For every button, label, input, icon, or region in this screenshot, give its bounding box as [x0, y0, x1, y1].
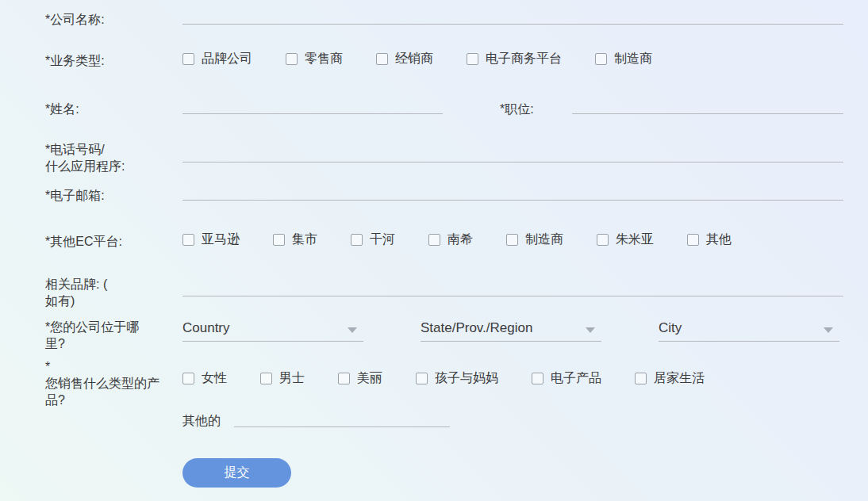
chevron-down-icon [824, 327, 833, 333]
phone-input[interactable] [182, 149, 843, 163]
checkbox-label: 美丽 [357, 372, 382, 384]
checkbox-label: 南希 [447, 233, 473, 246]
business-type-options: 品牌公司 零售商 经销商 电子商务平台 制造商 [182, 52, 652, 65]
checkbox-label: 制造商 [614, 52, 652, 65]
brands-label: 相关品牌: ( 如有) [45, 276, 182, 309]
chevron-down-icon [586, 327, 595, 333]
phone-row: *电话号码/ 什么应用程序: [45, 141, 843, 176]
checkbox-icon[interactable] [260, 373, 272, 384]
checkbox-label: 品牌公司 [202, 52, 252, 65]
state-select[interactable]: State/Prov./Region [421, 320, 601, 342]
checkbox-label: 亚马逊 [202, 233, 240, 246]
company-name-label: *公司名称: [45, 11, 182, 28]
checkbox-distributor[interactable]: 经销商 [376, 52, 433, 65]
name-label: *姓名: [45, 101, 182, 117]
checkbox-icon[interactable] [595, 53, 607, 65]
checkbox-icon[interactable] [597, 234, 609, 246]
checkbox-label: 干河 [370, 233, 395, 246]
ec-platform-options: 亚马逊 集市 干河 南希 制造商 朱米亚 其他 [182, 233, 732, 246]
business-type-row: *业务类型: 品牌公司 零售商 经销商 电子商务平台 制造商 [45, 52, 843, 75]
checkbox-icon[interactable] [351, 234, 363, 246]
checkbox-icon[interactable] [467, 53, 478, 65]
checkbox-icon[interactable] [635, 373, 647, 384]
checkbox-men[interactable]: 男士 [260, 372, 305, 384]
checkbox-icon[interactable] [428, 234, 440, 246]
company-name-input[interactable] [182, 11, 843, 25]
ec-platforms-label: *其他EC平台: [45, 233, 182, 250]
checkbox-beauty[interactable]: 美丽 [338, 372, 382, 384]
position-label: *职位: [500, 101, 534, 117]
checkbox-ganhe[interactable]: 干河 [351, 233, 395, 246]
company-name-row: *公司名称: [45, 11, 843, 38]
country-select-value: Country [182, 320, 230, 335]
business-type-label: *业务类型: [45, 52, 182, 69]
checkbox-icon[interactable] [532, 373, 543, 384]
state-select-value: State/Prov./Region [421, 320, 532, 335]
checkbox-label: 制造商 [525, 233, 563, 246]
checkbox-icon[interactable] [182, 373, 194, 384]
checkbox-label: 女性 [202, 372, 227, 384]
checkbox-retailer[interactable]: 零售商 [286, 52, 343, 65]
checkbox-nanxi[interactable]: 南希 [428, 233, 473, 246]
other-products-input[interactable] [234, 414, 450, 427]
checkbox-icon[interactable] [273, 234, 285, 246]
checkbox-label: 电子商务平台 [486, 52, 562, 65]
checkbox-manufacturer[interactable]: 制造商 [595, 52, 652, 65]
email-input[interactable] [182, 187, 843, 201]
email-row: *电子邮箱: [45, 187, 843, 214]
name-input[interactable] [182, 101, 443, 114]
submit-button[interactable]: 提交 [182, 458, 291, 488]
checkbox-icon[interactable] [338, 373, 350, 384]
position-input[interactable] [572, 101, 843, 114]
checkbox-brand-company[interactable]: 品牌公司 [182, 52, 252, 65]
checkbox-label: 电子产品 [551, 372, 601, 384]
product-types-label: * 您销售什么类型的产 品? [45, 358, 182, 408]
email-label: *电子邮箱: [45, 187, 182, 204]
city-select[interactable]: City [659, 320, 839, 342]
other-products-row: 其他的 [45, 412, 843, 439]
ec-platforms-row: *其他EC平台: 亚马逊 集市 干河 南希 制造商 朱米亚 其他 [45, 233, 843, 255]
checkbox-electronics[interactable]: 电子产品 [532, 372, 601, 384]
checkbox-icon[interactable] [506, 234, 518, 246]
checkbox-label: 其他 [706, 233, 732, 246]
checkbox-ecommerce-platform[interactable]: 电子商务平台 [467, 52, 562, 65]
checkbox-other-platform[interactable]: 其他 [687, 233, 732, 246]
checkbox-jiji[interactable]: 集市 [273, 233, 317, 246]
checkbox-icon[interactable] [182, 53, 194, 65]
name-position-row: *姓名: *职位: [45, 101, 843, 128]
checkbox-manufacturer-platform[interactable]: 制造商 [506, 233, 563, 246]
phone-label: *电话号码/ 什么应用程序: [45, 141, 182, 174]
product-type-options: 女性 男士 美丽 孩子与妈妈 电子产品 居家生活 [182, 372, 705, 384]
city-select-value: City [659, 320, 682, 335]
checkbox-icon[interactable] [376, 53, 388, 65]
checkbox-jumia[interactable]: 朱米亚 [597, 233, 654, 246]
checkbox-label: 零售商 [305, 52, 343, 65]
brands-row: 相关品牌: ( 如有) [45, 276, 843, 311]
location-row: *您的公司位于哪 里? Country State/Prov./Region C… [45, 319, 843, 354]
brands-input[interactable] [182, 283, 843, 296]
checkbox-icon[interactable] [182, 234, 194, 246]
checkbox-label: 集市 [292, 233, 317, 246]
checkbox-label: 孩子与妈妈 [435, 372, 498, 384]
checkbox-women[interactable]: 女性 [182, 372, 227, 384]
checkbox-label: 男士 [279, 372, 305, 384]
registration-form: *公司名称: *业务类型: 品牌公司 零售商 经销商 电子商务平台 制造商 *姓… [0, 0, 868, 501]
checkbox-amazon[interactable]: 亚马逊 [182, 233, 240, 246]
location-label: *您的公司位于哪 里? [45, 319, 182, 352]
checkbox-label: 居家生活 [654, 372, 705, 384]
checkbox-icon[interactable] [687, 234, 699, 246]
country-select[interactable]: Country [182, 320, 363, 342]
chevron-down-icon [348, 327, 357, 333]
checkbox-icon[interactable] [286, 53, 298, 65]
checkbox-home-living[interactable]: 居家生活 [635, 372, 705, 384]
checkbox-label: 朱米亚 [616, 233, 654, 246]
checkbox-label: 经销商 [395, 52, 433, 65]
product-types-row: * 您销售什么类型的产 品? 女性 男士 美丽 孩子与妈妈 电子产品 居家生活 [45, 358, 843, 409]
other-products-label: 其他的 [182, 412, 221, 429]
checkbox-icon[interactable] [416, 373, 428, 384]
checkbox-kids-moms[interactable]: 孩子与妈妈 [416, 372, 498, 384]
